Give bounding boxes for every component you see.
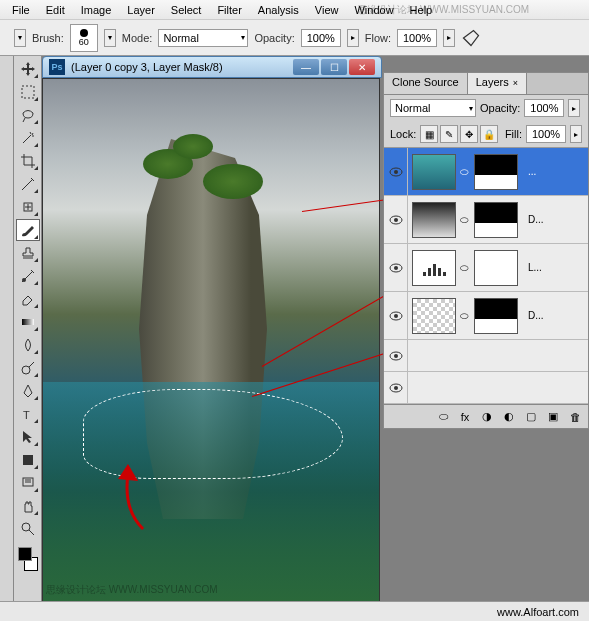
fill-flyout[interactable]: ▸ bbox=[570, 125, 582, 143]
layer-mask-thumbnail[interactable] bbox=[474, 154, 518, 190]
mask-icon[interactable]: ◑ bbox=[480, 410, 494, 424]
link-icon[interactable]: ⬭ bbox=[460, 166, 470, 178]
tool-preset-picker[interactable]: ▾ bbox=[14, 29, 26, 47]
layer-row[interactable] bbox=[384, 372, 588, 404]
layer-row[interactable] bbox=[384, 340, 588, 372]
notes-tool[interactable] bbox=[16, 472, 40, 494]
flow-label: Flow: bbox=[365, 32, 391, 44]
blur-tool[interactable] bbox=[16, 334, 40, 356]
window-maximize-button[interactable]: ☐ bbox=[321, 59, 347, 75]
fx-icon[interactable]: fx bbox=[458, 410, 472, 424]
layer-row[interactable]: ⬭ D... bbox=[384, 292, 588, 340]
svg-point-4 bbox=[22, 366, 30, 374]
layer-blend-mode-select[interactable]: Normal bbox=[390, 99, 476, 117]
menu-file[interactable]: File bbox=[4, 2, 38, 18]
foreground-color-swatch[interactable] bbox=[18, 547, 32, 561]
document-titlebar[interactable]: Ps (Layer 0 copy 3, Layer Mask/8) — ☐ ✕ bbox=[42, 56, 382, 78]
document-title: (Layer 0 copy 3, Layer Mask/8) bbox=[71, 61, 293, 73]
layer-row[interactable]: ⬭ ... bbox=[384, 148, 588, 196]
heal-tool[interactable] bbox=[16, 196, 40, 218]
layer-name[interactable]: D... bbox=[528, 214, 544, 225]
stamp-tool[interactable] bbox=[16, 242, 40, 264]
brush-picker-flyout[interactable]: ▾ bbox=[104, 29, 116, 47]
ps-icon: Ps bbox=[49, 59, 65, 75]
menu-filter[interactable]: Filter bbox=[209, 2, 249, 18]
adjustment-layer-icon[interactable]: ◐ bbox=[502, 410, 516, 424]
link-icon[interactable]: ⬭ bbox=[460, 262, 470, 274]
svg-rect-16 bbox=[423, 272, 426, 276]
flow-input[interactable]: 100% bbox=[397, 29, 437, 47]
credit-text: www.Alfoart.com bbox=[497, 606, 579, 618]
lasso-tool[interactable] bbox=[16, 104, 40, 126]
layer-mask-thumbnail[interactable] bbox=[474, 250, 518, 286]
layer-thumbnail[interactable] bbox=[412, 154, 456, 190]
layer-mask-thumbnail[interactable] bbox=[474, 202, 518, 238]
layers-list: ⬭ ... ⬭ D... ⬭ L... bbox=[384, 148, 588, 404]
lock-all-icon[interactable]: 🔒 bbox=[480, 125, 498, 143]
visibility-icon[interactable] bbox=[389, 383, 403, 393]
layer-row[interactable]: ⬭ L... bbox=[384, 244, 588, 292]
opacity-input[interactable]: 100% bbox=[301, 29, 341, 47]
zoom-tool[interactable] bbox=[16, 518, 40, 540]
link-layers-icon[interactable]: ⬭ bbox=[436, 410, 450, 424]
menu-view[interactable]: View bbox=[307, 2, 347, 18]
wand-tool[interactable] bbox=[16, 127, 40, 149]
layer-opacity-flyout[interactable]: ▸ bbox=[568, 99, 580, 117]
menu-select[interactable]: Select bbox=[163, 2, 210, 18]
eyedropper-tool[interactable] bbox=[16, 173, 40, 195]
visibility-icon[interactable] bbox=[389, 263, 403, 273]
link-icon[interactable]: ⬭ bbox=[460, 310, 470, 322]
marquee-tool[interactable] bbox=[16, 81, 40, 103]
layer-thumbnail[interactable] bbox=[412, 298, 456, 334]
path-select-tool[interactable] bbox=[16, 426, 40, 448]
visibility-icon[interactable] bbox=[389, 351, 403, 361]
pen-tool[interactable] bbox=[16, 380, 40, 402]
close-icon[interactable]: × bbox=[513, 78, 518, 88]
new-layer-icon[interactable]: ▣ bbox=[546, 410, 560, 424]
blend-mode-select[interactable]: Normal bbox=[158, 29, 248, 47]
layer-opacity-input[interactable]: 100% bbox=[524, 99, 564, 117]
layer-name[interactable]: D... bbox=[528, 310, 544, 321]
foreground-background-colors[interactable] bbox=[16, 545, 40, 573]
history-brush-tool[interactable] bbox=[16, 265, 40, 287]
layer-row[interactable]: ⬭ D... bbox=[384, 196, 588, 244]
group-icon[interactable]: ▢ bbox=[524, 410, 538, 424]
fill-input[interactable]: 100% bbox=[526, 125, 566, 143]
eraser-tool[interactable] bbox=[16, 288, 40, 310]
tab-layers[interactable]: Layers× bbox=[468, 73, 527, 94]
trash-icon[interactable]: 🗑 bbox=[568, 410, 582, 424]
flow-flyout[interactable]: ▸ bbox=[443, 29, 455, 47]
lock-position-icon[interactable]: ✥ bbox=[460, 125, 478, 143]
opacity-flyout[interactable]: ▸ bbox=[347, 29, 359, 47]
visibility-icon[interactable] bbox=[389, 167, 403, 177]
menu-layer[interactable]: Layer bbox=[119, 2, 163, 18]
tab-clone-source[interactable]: Clone Source bbox=[384, 73, 468, 94]
gradient-tool[interactable] bbox=[16, 311, 40, 333]
window-minimize-button[interactable]: — bbox=[293, 59, 319, 75]
lock-pixels-icon[interactable]: ✎ bbox=[440, 125, 458, 143]
crop-tool[interactable] bbox=[16, 150, 40, 172]
move-tool[interactable] bbox=[16, 58, 40, 80]
layer-name[interactable]: L... bbox=[528, 262, 542, 273]
visibility-icon[interactable] bbox=[389, 311, 403, 321]
shape-tool[interactable] bbox=[16, 449, 40, 471]
link-icon[interactable]: ⬭ bbox=[460, 214, 470, 226]
menu-analysis[interactable]: Analysis bbox=[250, 2, 307, 18]
menu-edit[interactable]: Edit bbox=[38, 2, 73, 18]
airbrush-icon[interactable] bbox=[461, 28, 481, 48]
window-close-button[interactable]: ✕ bbox=[349, 59, 375, 75]
dodge-tool[interactable] bbox=[16, 357, 40, 379]
layer-thumbnail[interactable] bbox=[412, 250, 456, 286]
layer-name[interactable]: ... bbox=[528, 166, 536, 177]
svg-point-2 bbox=[22, 278, 26, 282]
visibility-icon[interactable] bbox=[389, 215, 403, 225]
brush-preset-picker[interactable]: 60 bbox=[70, 24, 98, 52]
layer-thumbnail[interactable] bbox=[412, 202, 456, 238]
brush-tool[interactable] bbox=[16, 219, 40, 241]
lock-transparency-icon[interactable]: ▦ bbox=[420, 125, 438, 143]
layer-mask-thumbnail[interactable] bbox=[474, 298, 518, 334]
hand-tool[interactable] bbox=[16, 495, 40, 517]
canvas[interactable] bbox=[42, 78, 380, 603]
menu-image[interactable]: Image bbox=[73, 2, 120, 18]
type-tool[interactable]: T bbox=[16, 403, 40, 425]
